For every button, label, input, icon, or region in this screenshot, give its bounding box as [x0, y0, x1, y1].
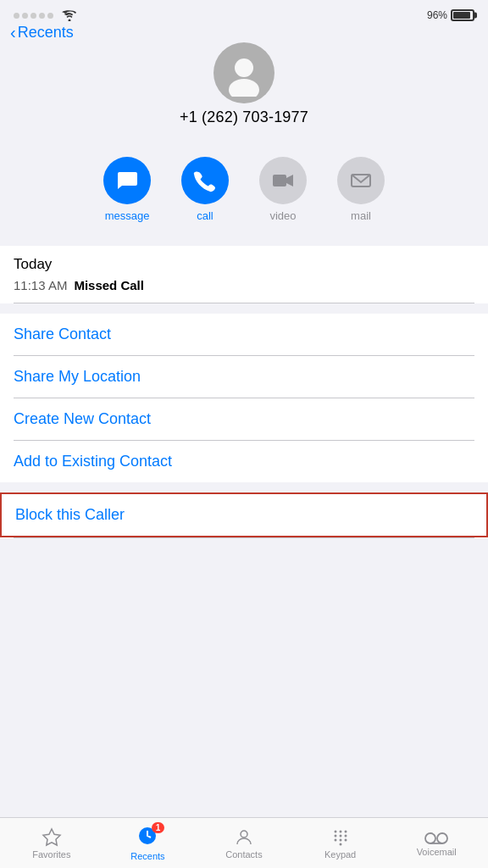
svg-point-11	[334, 834, 336, 837]
battery-percentage: 96%	[427, 9, 447, 21]
svg-point-19	[437, 833, 447, 843]
tab-favorites-label: Favorites	[32, 849, 70, 860]
svg-point-7	[241, 831, 247, 837]
list-block: Share Contact Share My Location Create N…	[0, 314, 488, 482]
back-button[interactable]: ‹ Recents	[10, 24, 74, 42]
svg-point-10	[344, 830, 347, 832]
share-location-item[interactable]: Share My Location	[0, 356, 488, 398]
recents-badge: 1	[152, 822, 165, 833]
svg-point-17	[339, 843, 341, 845]
call-date-header: Today	[0, 246, 488, 275]
avatar-icon	[220, 49, 268, 97]
call-time: 11:13 AM	[14, 278, 67, 292]
share-contact-item[interactable]: Share Contact	[0, 314, 488, 355]
contact-section: +1 (262) 703-1977	[0, 39, 488, 140]
svg-point-1	[229, 79, 259, 97]
video-icon	[271, 169, 295, 192]
back-label: Recents	[18, 24, 74, 42]
tab-voicemail-label: Voicemail	[417, 847, 457, 857]
message-icon	[115, 169, 139, 192]
status-right: 96%	[427, 9, 474, 21]
action-video[interactable]: video	[259, 157, 307, 222]
svg-point-12	[339, 834, 341, 837]
svg-point-15	[339, 838, 341, 841]
call-type: Missed Call	[74, 278, 144, 292]
voicemail-icon	[424, 830, 448, 845]
svg-point-0	[235, 58, 253, 77]
tab-recents-label: Recents	[130, 851, 164, 861]
add-existing-item[interactable]: Add to Existing Contact	[0, 441, 488, 482]
back-chevron-icon: ‹	[10, 24, 16, 41]
signal-dots	[14, 13, 53, 19]
call-row: 11:13 AM Missed Call	[0, 275, 488, 303]
tab-keypad[interactable]: Keypad	[292, 827, 389, 860]
mail-circle	[337, 157, 385, 204]
block-caller-item[interactable]: Block this Caller	[0, 492, 488, 537]
video-label: video	[269, 209, 296, 222]
tab-contacts-label: Contacts	[225, 849, 262, 860]
tab-bar: Favorites 1 Recents Contacts	[0, 817, 488, 868]
contact-phone: +1 (262) 703-1977	[180, 108, 308, 126]
tab-keypad-label: Keypad	[324, 849, 356, 860]
call-icon	[193, 169, 217, 192]
tab-recents-badge-wrap: 1	[137, 826, 158, 849]
wifi-icon	[62, 10, 77, 21]
star-icon	[42, 827, 62, 848]
svg-marker-3	[286, 175, 293, 186]
tab-contacts[interactable]: Contacts	[196, 827, 292, 860]
battery-icon	[451, 9, 474, 21]
message-circle	[103, 157, 151, 204]
svg-point-16	[344, 838, 347, 841]
status-left	[14, 10, 77, 21]
svg-point-13	[344, 834, 347, 837]
tab-voicemail[interactable]: Voicemail	[388, 830, 485, 857]
tab-favorites[interactable]: Favorites	[3, 827, 100, 860]
person-icon	[234, 827, 254, 848]
action-mail[interactable]: mail	[337, 157, 385, 222]
keypad-icon	[330, 827, 351, 848]
mail-icon	[349, 169, 373, 192]
create-contact-item[interactable]: Create New Contact	[0, 398, 488, 440]
block-section: Block this Caller	[0, 492, 488, 538]
action-call[interactable]: call	[181, 157, 229, 222]
video-circle	[259, 157, 307, 204]
tab-recents[interactable]: 1 Recents	[100, 826, 197, 861]
svg-marker-5	[43, 829, 60, 845]
message-label: message	[105, 209, 150, 222]
action-message[interactable]: message	[103, 157, 151, 222]
main-scroll: +1 (262) 703-1977 message call	[0, 39, 488, 596]
divider-block	[14, 537, 474, 538]
avatar	[214, 42, 274, 103]
nav-bar: ‹ Recents	[0, 27, 488, 39]
svg-point-8	[334, 830, 336, 832]
svg-rect-2	[273, 175, 286, 186]
call-label: call	[197, 209, 214, 222]
call-log-section: Today 11:13 AM Missed Call	[0, 246, 488, 303]
actions-row: message call video	[0, 140, 488, 236]
svg-point-18	[425, 833, 435, 843]
call-circle	[181, 157, 229, 204]
svg-point-14	[334, 838, 336, 841]
divider-calllog	[14, 303, 474, 303]
svg-point-9	[339, 830, 341, 832]
mail-label: mail	[351, 209, 371, 222]
